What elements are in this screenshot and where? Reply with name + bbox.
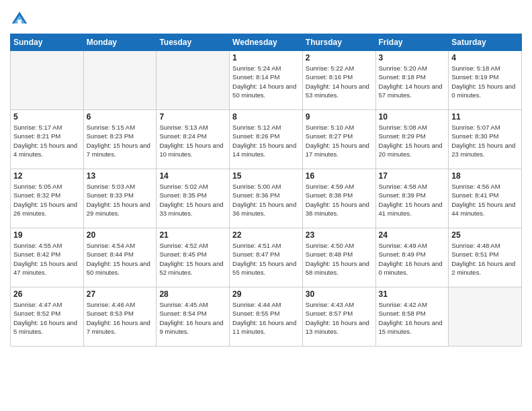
week-row-2: 12Sunrise: 5:05 AMSunset: 8:32 PMDayligh…	[11, 169, 522, 228]
day-number: 17	[379, 171, 446, 181]
day-number: 8	[232, 112, 300, 122]
calendar-cell: 19Sunrise: 4:55 AMSunset: 8:42 PMDayligh…	[11, 228, 84, 287]
day-number: 20	[87, 230, 154, 240]
day-number: 22	[232, 230, 300, 240]
calendar-cell: 25Sunrise: 4:48 AMSunset: 8:51 PMDayligh…	[449, 228, 522, 287]
svg-rect-2	[17, 19, 21, 24]
calendar-cell: 4Sunrise: 5:18 AMSunset: 8:19 PMDaylight…	[449, 51, 522, 110]
sun-info: Sunrise: 4:50 AMSunset: 8:48 PMDaylight:…	[306, 241, 373, 277]
weekday-header-wednesday: Wednesday	[230, 34, 303, 51]
week-row-4: 26Sunrise: 4:47 AMSunset: 8:52 PMDayligh…	[11, 287, 522, 347]
calendar-cell: 27Sunrise: 4:46 AMSunset: 8:53 PMDayligh…	[83, 287, 157, 347]
sun-info: Sunrise: 5:12 AMSunset: 8:26 PMDaylight:…	[232, 123, 300, 158]
day-number: 14	[159, 171, 226, 181]
sun-info: Sunrise: 5:24 AMSunset: 8:14 PMDaylight:…	[232, 64, 300, 99]
day-number: 19	[13, 230, 81, 240]
sun-info: Sunrise: 4:46 AMSunset: 8:53 PMDaylight:…	[87, 300, 154, 336]
sun-info: Sunrise: 5:07 AMSunset: 8:30 PMDaylight:…	[451, 123, 519, 158]
sun-info: Sunrise: 4:54 AMSunset: 8:44 PMDaylight:…	[87, 241, 154, 277]
logo-icon	[10, 9, 29, 28]
sun-info: Sunrise: 5:17 AMSunset: 8:21 PMDaylight:…	[13, 123, 81, 158]
day-number: 27	[87, 289, 154, 299]
calendar-cell: 11Sunrise: 5:07 AMSunset: 8:30 PMDayligh…	[449, 110, 522, 169]
day-number: 5	[13, 112, 81, 122]
sun-info: Sunrise: 4:44 AMSunset: 8:55 PMDaylight:…	[232, 300, 300, 336]
calendar-cell: 20Sunrise: 4:54 AMSunset: 8:44 PMDayligh…	[83, 228, 157, 287]
calendar-cell: 6Sunrise: 5:15 AMSunset: 8:23 PMDaylight…	[83, 110, 157, 169]
day-number: 7	[159, 112, 226, 122]
day-number: 29	[232, 289, 300, 299]
sun-info: Sunrise: 4:47 AMSunset: 8:52 PMDaylight:…	[13, 300, 81, 336]
sun-info: Sunrise: 5:15 AMSunset: 8:23 PMDaylight:…	[87, 123, 154, 158]
day-number: 18	[451, 171, 519, 181]
week-row-1: 5Sunrise: 5:17 AMSunset: 8:21 PMDaylight…	[11, 110, 522, 169]
calendar-cell	[11, 51, 84, 110]
calendar-cell: 7Sunrise: 5:13 AMSunset: 8:24 PMDaylight…	[157, 110, 230, 169]
calendar-cell: 14Sunrise: 5:02 AMSunset: 8:35 PMDayligh…	[157, 169, 230, 228]
day-number: 26	[13, 289, 81, 299]
weekday-header-thursday: Thursday	[302, 34, 375, 51]
calendar-cell: 23Sunrise: 4:50 AMSunset: 8:48 PMDayligh…	[302, 228, 375, 287]
day-number: 12	[13, 171, 81, 181]
calendar: SundayMondayTuesdayWednesdayThursdayFrid…	[10, 34, 522, 347]
day-number: 3	[379, 53, 446, 62]
weekday-header-friday: Friday	[375, 34, 449, 51]
calendar-cell	[83, 51, 157, 110]
week-row-0: 1Sunrise: 5:24 AMSunset: 8:14 PMDaylight…	[11, 51, 522, 110]
calendar-cell	[157, 51, 230, 110]
logo	[10, 9, 30, 28]
sun-info: Sunrise: 4:49 AMSunset: 8:49 PMDaylight:…	[379, 241, 446, 277]
weekday-header-tuesday: Tuesday	[157, 34, 230, 51]
weekday-header-saturday: Saturday	[449, 34, 522, 51]
calendar-cell: 17Sunrise: 4:58 AMSunset: 8:39 PMDayligh…	[375, 169, 449, 228]
day-number: 1	[232, 53, 300, 62]
day-number: 25	[451, 230, 519, 240]
sun-info: Sunrise: 5:05 AMSunset: 8:32 PMDaylight:…	[13, 182, 81, 218]
sun-info: Sunrise: 4:43 AMSunset: 8:57 PMDaylight:…	[306, 300, 373, 336]
calendar-cell: 3Sunrise: 5:20 AMSunset: 8:18 PMDaylight…	[375, 51, 449, 110]
calendar-cell: 12Sunrise: 5:05 AMSunset: 8:32 PMDayligh…	[11, 169, 84, 228]
week-row-3: 19Sunrise: 4:55 AMSunset: 8:42 PMDayligh…	[11, 228, 522, 287]
calendar-cell: 13Sunrise: 5:03 AMSunset: 8:33 PMDayligh…	[83, 169, 157, 228]
sun-info: Sunrise: 4:42 AMSunset: 8:58 PMDaylight:…	[379, 300, 446, 336]
sun-info: Sunrise: 4:56 AMSunset: 8:41 PMDaylight:…	[451, 182, 519, 218]
day-number: 13	[87, 171, 154, 181]
weekday-header-sunday: Sunday	[11, 34, 84, 51]
calendar-cell: 2Sunrise: 5:22 AMSunset: 8:16 PMDaylight…	[302, 51, 375, 110]
sun-info: Sunrise: 5:08 AMSunset: 8:29 PMDaylight:…	[379, 123, 446, 158]
sun-info: Sunrise: 5:20 AMSunset: 8:18 PMDaylight:…	[379, 64, 446, 99]
day-number: 23	[306, 230, 373, 240]
calendar-cell: 8Sunrise: 5:12 AMSunset: 8:26 PMDaylight…	[230, 110, 303, 169]
calendar-cell	[449, 287, 522, 347]
day-number: 11	[451, 112, 519, 122]
day-number: 4	[451, 53, 519, 62]
day-number: 16	[306, 171, 373, 181]
sun-info: Sunrise: 5:22 AMSunset: 8:16 PMDaylight:…	[306, 64, 373, 99]
header	[10, 7, 522, 28]
sun-info: Sunrise: 5:02 AMSunset: 8:35 PMDaylight:…	[159, 182, 226, 218]
day-number: 30	[306, 289, 373, 299]
calendar-cell: 18Sunrise: 4:56 AMSunset: 8:41 PMDayligh…	[449, 169, 522, 228]
calendar-cell: 26Sunrise: 4:47 AMSunset: 8:52 PMDayligh…	[11, 287, 84, 347]
calendar-cell: 15Sunrise: 5:00 AMSunset: 8:36 PMDayligh…	[230, 169, 303, 228]
day-number: 9	[306, 112, 373, 122]
sun-info: Sunrise: 4:52 AMSunset: 8:45 PMDaylight:…	[159, 241, 226, 277]
sun-info: Sunrise: 4:59 AMSunset: 8:38 PMDaylight:…	[306, 182, 373, 218]
day-number: 21	[159, 230, 226, 240]
sun-info: Sunrise: 4:55 AMSunset: 8:42 PMDaylight:…	[13, 241, 81, 277]
day-number: 15	[232, 171, 300, 181]
weekday-header-monday: Monday	[83, 34, 157, 51]
calendar-cell: 30Sunrise: 4:43 AMSunset: 8:57 PMDayligh…	[302, 287, 375, 347]
sun-info: Sunrise: 4:51 AMSunset: 8:47 PMDaylight:…	[232, 241, 300, 277]
calendar-cell: 5Sunrise: 5:17 AMSunset: 8:21 PMDaylight…	[11, 110, 84, 169]
calendar-cell: 28Sunrise: 4:45 AMSunset: 8:54 PMDayligh…	[157, 287, 230, 347]
weekday-header-row: SundayMondayTuesdayWednesdayThursdayFrid…	[11, 34, 522, 51]
calendar-cell: 29Sunrise: 4:44 AMSunset: 8:55 PMDayligh…	[230, 287, 303, 347]
day-number: 2	[306, 53, 373, 62]
day-number: 6	[87, 112, 154, 122]
calendar-cell: 22Sunrise: 4:51 AMSunset: 8:47 PMDayligh…	[230, 228, 303, 287]
calendar-cell: 10Sunrise: 5:08 AMSunset: 8:29 PMDayligh…	[375, 110, 449, 169]
calendar-cell: 24Sunrise: 4:49 AMSunset: 8:49 PMDayligh…	[375, 228, 449, 287]
day-number: 10	[379, 112, 446, 122]
sun-info: Sunrise: 5:10 AMSunset: 8:27 PMDaylight:…	[306, 123, 373, 158]
